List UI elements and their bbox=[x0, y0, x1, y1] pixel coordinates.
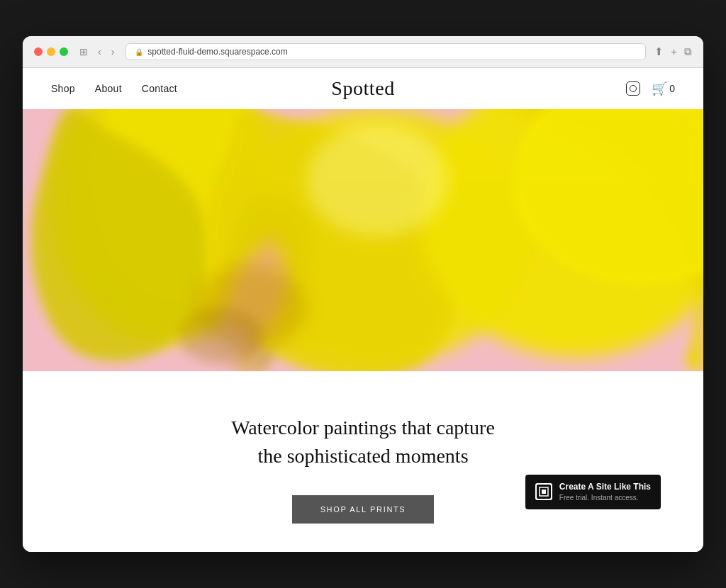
svg-point-7 bbox=[306, 123, 448, 237]
address-bar[interactable]: 🔒 spotted-fluid-demo.squarespace.com bbox=[125, 43, 646, 60]
browser-controls: ⊞ ‹ › bbox=[77, 45, 117, 59]
hero-artwork bbox=[23, 109, 703, 371]
minimize-button[interactable] bbox=[47, 47, 55, 56]
content-section: Watercolor paintings that capture the so… bbox=[23, 371, 703, 551]
site-logo[interactable]: Spotted bbox=[331, 77, 394, 100]
squarespace-banner-text: Create A Site Like This Free trial. Inst… bbox=[559, 482, 651, 502]
nav-contact-link[interactable]: Contact bbox=[142, 83, 177, 94]
browser-window: ⊞ ‹ › 🔒 spotted-fluid-demo.squarespace.c… bbox=[23, 36, 703, 551]
nav-right: 🛒 0 bbox=[626, 81, 675, 96]
nav-left: Shop About Contact bbox=[51, 83, 177, 94]
browser-chrome: ⊞ ‹ › 🔒 spotted-fluid-demo.squarespace.c… bbox=[23, 36, 703, 68]
tabs-icon[interactable]: ⧉ bbox=[684, 45, 692, 58]
share-icon[interactable]: ⬆ bbox=[654, 45, 664, 58]
hero-image bbox=[23, 109, 703, 371]
back-button[interactable]: ‹ bbox=[95, 45, 104, 59]
close-button[interactable] bbox=[34, 47, 43, 56]
svg-point-10 bbox=[179, 307, 264, 364]
forward-button[interactable]: › bbox=[108, 45, 118, 59]
website-content: Shop About Contact Spotted 🛒 0 bbox=[23, 68, 703, 551]
nav-shop-link[interactable]: Shop bbox=[51, 83, 75, 94]
lock-icon: 🔒 bbox=[135, 48, 143, 56]
url-text: spotted-fluid-demo.squarespace.com bbox=[147, 47, 287, 57]
squarespace-banner-subtitle: Free trial. Instant access. bbox=[559, 493, 651, 502]
tagline-line2: the sophisticated moments bbox=[257, 445, 468, 467]
shop-all-prints-button[interactable]: SHOP ALL PRINTS bbox=[292, 495, 435, 524]
squarespace-logo bbox=[535, 483, 552, 500]
nav-about-link[interactable]: About bbox=[95, 83, 122, 94]
instagram-icon[interactable] bbox=[626, 81, 640, 96]
navigation: Shop About Contact Spotted 🛒 0 bbox=[23, 68, 703, 109]
squarespace-logo-icon bbox=[537, 485, 551, 499]
maximize-button[interactable] bbox=[60, 47, 68, 56]
tagline-line1: Watercolor paintings that capture bbox=[231, 417, 495, 439]
new-tab-icon[interactable]: + bbox=[671, 45, 677, 58]
cart-button[interactable]: 🛒 0 bbox=[652, 81, 675, 96]
cart-count: 0 bbox=[669, 83, 675, 94]
browser-actions: ⬆ + ⧉ bbox=[654, 45, 692, 58]
squarespace-banner[interactable]: Create A Site Like This Free trial. Inst… bbox=[525, 475, 661, 509]
traffic-lights bbox=[34, 47, 68, 56]
squarespace-banner-title: Create A Site Like This bbox=[559, 482, 651, 493]
sidebar-toggle-icon[interactable]: ⊞ bbox=[77, 45, 91, 59]
cart-icon: 🛒 bbox=[652, 81, 667, 96]
tagline: Watercolor paintings that capture the so… bbox=[186, 414, 540, 469]
